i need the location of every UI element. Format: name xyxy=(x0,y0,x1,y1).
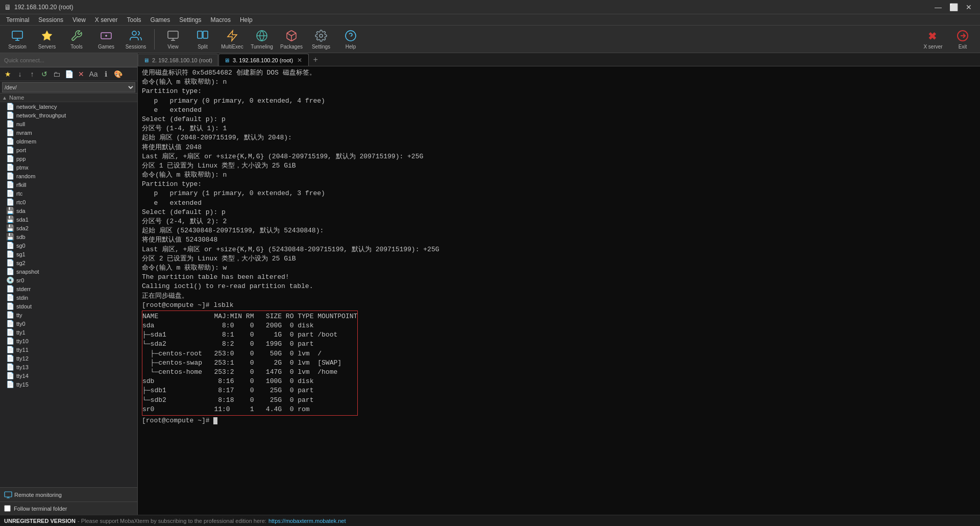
packages-icon xyxy=(284,29,299,43)
list-item[interactable]: 📄sg1 xyxy=(0,250,137,258)
list-item[interactable]: 📄rfkill xyxy=(0,180,137,189)
list-item[interactable]: 📄tty15 xyxy=(0,380,137,389)
menu-sessions[interactable]: Sessions xyxy=(34,15,67,25)
list-item[interactable]: 💾sda1 xyxy=(0,215,137,224)
tab-2[interactable]: 🖥 3. 192.168.100.20 (root) ✕ xyxy=(218,54,309,66)
list-item[interactable]: 💿sr0 xyxy=(0,276,137,284)
list-item[interactable]: 📄sg2 xyxy=(0,258,137,267)
menu-view[interactable]: View xyxy=(68,15,90,25)
item-icon: 📄 xyxy=(6,259,14,267)
list-item[interactable]: 📄tty14 xyxy=(0,371,137,380)
list-item[interactable]: 📄stdin xyxy=(0,293,137,302)
list-item[interactable]: 📄network_throughput xyxy=(0,111,137,119)
maximize-button[interactable]: ⬜ xyxy=(946,0,961,14)
toolbar-settings[interactable]: Settings xyxy=(308,27,334,52)
path-dropdown[interactable]: /dev/ xyxy=(2,82,135,92)
remote-monitoring-btn[interactable]: Remote monitoring xyxy=(0,487,137,501)
toolbar: Session Servers Tools Games xyxy=(0,26,980,53)
list-item[interactable]: 📄tty12 xyxy=(0,354,137,363)
toolbar-exit[interactable]: Exit xyxy=(949,27,976,52)
sidebar-bookmark-icon[interactable]: ★ xyxy=(2,68,13,80)
terminal-line: 正在同步磁盘。 xyxy=(142,292,976,301)
list-item[interactable]: 📄tty0 xyxy=(0,319,137,328)
list-item[interactable]: 📄rtc0 xyxy=(0,198,137,206)
tab2-close[interactable]: ✕ xyxy=(296,57,303,64)
item-icon: 📄 xyxy=(6,346,14,353)
sidebar-refresh-icon[interactable]: ↺ xyxy=(39,68,50,80)
toolbar-multiexec[interactable]: MultiExec xyxy=(219,27,246,52)
sidebar-info-icon[interactable]: ℹ xyxy=(100,68,111,80)
list-item[interactable]: 📄tty13 xyxy=(0,363,137,371)
menu-xserver[interactable]: X server xyxy=(91,15,122,25)
list-item[interactable]: 📄ppp xyxy=(0,154,137,163)
menu-terminal[interactable]: Terminal xyxy=(2,15,33,25)
sidebar-color-icon[interactable]: 🎨 xyxy=(112,68,124,80)
svg-point-11 xyxy=(346,31,356,41)
list-item[interactable]: 📄null xyxy=(0,119,137,128)
sidebar-delete-icon[interactable]: ✕ xyxy=(76,68,87,80)
settings-icon xyxy=(314,29,328,43)
sidebar-file-icon[interactable]: 📄 xyxy=(63,68,75,80)
sidebar-rename-icon[interactable]: Aa xyxy=(88,68,99,80)
toolbar-split[interactable]: Split xyxy=(189,27,216,52)
terminal-output[interactable]: 使用磁盘标识符 0x5d854682 创建新的 DOS 磁盘标签。命令(输入 m… xyxy=(138,66,980,515)
toolbar-session[interactable]: Session xyxy=(4,27,31,52)
list-item[interactable]: 📄stderr xyxy=(0,284,137,293)
item-icon: 📄 xyxy=(6,163,14,171)
toolbar-games[interactable]: Games xyxy=(93,27,119,52)
follow-terminal-checkbox[interactable] xyxy=(4,505,11,512)
terminal-line: 起始 扇区 (2048-209715199, 默认为 2048): xyxy=(142,133,976,142)
list-item[interactable]: 📄stdout xyxy=(0,302,137,310)
split-label: Split xyxy=(198,44,207,50)
sidebar-download-icon[interactable]: ↓ xyxy=(14,68,26,80)
item-name: sg2 xyxy=(16,260,26,266)
sidebar-upload-icon[interactable]: ↑ xyxy=(27,68,38,80)
toolbar-packages[interactable]: Packages xyxy=(278,27,305,52)
toolbar-xserver[interactable]: ✖ X server xyxy=(920,27,946,52)
remote-monitoring-label: Remote monitoring xyxy=(14,492,62,498)
list-item[interactable]: 📄network_latency xyxy=(0,102,137,111)
lsblk-row: ├─sda1 8:1 0 1G 0 part /boot xyxy=(142,330,357,340)
quick-connect-input[interactable] xyxy=(0,57,137,63)
sidebar-newfolder-icon[interactable]: 🗀 xyxy=(51,68,62,80)
list-item[interactable]: 📄snapshot xyxy=(0,267,137,276)
list-item[interactable]: 📄ptmx xyxy=(0,163,137,172)
menu-tools[interactable]: Tools xyxy=(123,15,145,25)
list-item[interactable]: 📄tty xyxy=(0,310,137,319)
help-label: Help xyxy=(346,44,356,50)
list-item[interactable]: 📄port xyxy=(0,146,137,154)
toolbar-servers[interactable]: Servers xyxy=(34,27,60,52)
list-item[interactable]: 📄rtc xyxy=(0,189,137,198)
list-item[interactable]: 📄tty10 xyxy=(0,337,137,345)
tab-add-button[interactable]: + xyxy=(309,54,322,66)
menu-macros[interactable]: Macros xyxy=(207,15,235,25)
list-item[interactable]: 📄oldmem xyxy=(0,137,137,146)
list-item[interactable]: 📄tty1 xyxy=(0,328,137,337)
toolbar-help[interactable]: Help xyxy=(337,27,364,52)
file-tree[interactable]: 📄network_latency📄network_throughput📄null… xyxy=(0,102,137,487)
sidebar-icon-row: ★ ↓ ↑ ↺ 🗀 📄 ✕ Aa ℹ 🎨 xyxy=(0,67,137,81)
minimize-button[interactable]: — xyxy=(931,0,945,14)
list-item[interactable]: 💾sda xyxy=(0,206,137,215)
list-item[interactable]: 📄random xyxy=(0,172,137,180)
title-bar: 🖥 192.168.100.20 (root) — ⬜ ✕ xyxy=(0,0,980,14)
close-button[interactable]: ✕ xyxy=(962,0,976,14)
list-item[interactable]: 📄nvram xyxy=(0,128,137,137)
menu-help[interactable]: Help xyxy=(236,15,257,25)
menu-games[interactable]: Games xyxy=(146,15,175,25)
toolbar-sessions[interactable]: Sessions xyxy=(122,27,149,52)
item-icon: 📄 xyxy=(6,372,14,379)
list-item[interactable]: 💾sdb xyxy=(0,232,137,241)
item-name: tty14 xyxy=(16,373,29,379)
toolbar-tunneling[interactable]: Tunneling xyxy=(249,27,275,52)
terminal-line: 分区 1 已设置为 Linux 类型，大小设为 25 GiB xyxy=(142,161,976,171)
list-item[interactable]: 📄sg0 xyxy=(0,241,137,250)
tab-1[interactable]: 🖥 2. 192.168.100.10 (root) xyxy=(138,54,218,66)
list-item[interactable]: 💾sda2 xyxy=(0,224,137,232)
status-link[interactable]: https://mobaxterm.mobatek.net xyxy=(268,518,346,524)
menu-settings[interactable]: Settings xyxy=(175,15,205,25)
toolbar-tools[interactable]: Tools xyxy=(63,27,90,52)
toolbar-view[interactable]: View xyxy=(160,27,186,52)
svg-point-10 xyxy=(320,34,323,37)
list-item[interactable]: 📄tty11 xyxy=(0,345,137,354)
